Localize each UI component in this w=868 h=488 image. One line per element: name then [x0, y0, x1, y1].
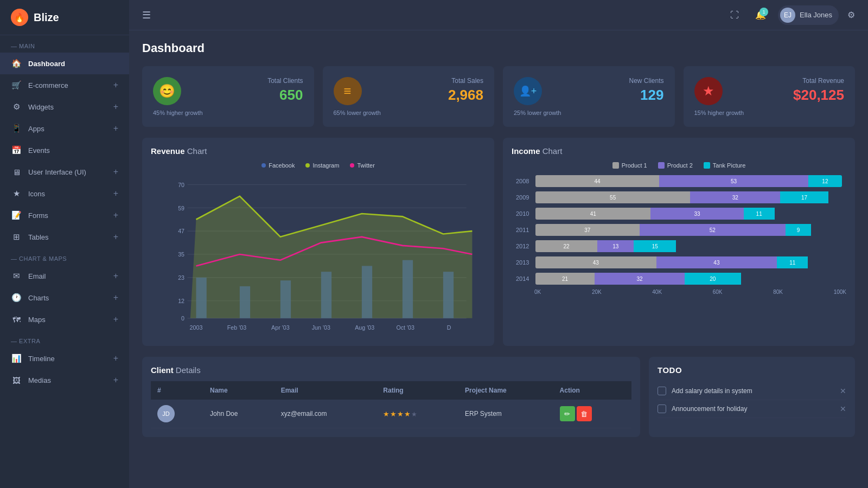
header-left: ☰: [142, 9, 151, 21]
tables-icon: ⊞: [11, 232, 22, 242]
timeline-icon: 📊: [11, 353, 22, 364]
sidebar-item-label: Widgets: [28, 103, 113, 111]
bar-group: 44 53 12: [535, 175, 842, 187]
bar-segment-p3: 11: [744, 208, 775, 220]
expand-icon: +: [113, 167, 118, 177]
todo-text-1: Add salary details in system: [672, 387, 752, 395]
expand-icon: +: [113, 232, 118, 242]
bar-segment-p2: 53: [659, 175, 808, 187]
bar-segment-p2: 32: [690, 191, 780, 203]
sidebar-item-label: Medias: [28, 376, 113, 384]
facebook-legend-label: Facebook: [269, 162, 295, 169]
svg-text:0: 0: [181, 315, 184, 322]
logo-text: Blize: [34, 11, 59, 24]
col-header-action: Action: [553, 381, 631, 400]
svg-text:2003: 2003: [190, 324, 203, 331]
col-header-name: Name: [203, 381, 275, 400]
bar-segment-p1: 44: [535, 175, 659, 187]
legend-twitter: Twitter: [350, 162, 374, 169]
maps-icon: 🗺: [11, 314, 22, 325]
stat-growth: 65% lower growth: [334, 110, 484, 116]
sidebar-item-email[interactable]: ✉ Email +: [0, 265, 129, 287]
bar-axis: 0K 20K 40K 60K 80K 100K: [512, 289, 846, 295]
sidebar-item-charts[interactable]: 🕐 Charts +: [0, 287, 129, 309]
delete-button[interactable]: 🗑: [577, 406, 592, 421]
bar-row: 2014 21 32 20: [516, 273, 842, 285]
charts-icon: 🕐: [11, 292, 22, 303]
sidebar-item-ecommerce[interactable]: 🛒 E-commerce +: [0, 74, 129, 96]
sidebar-item-events[interactable]: 📅 Events: [0, 139, 129, 161]
svg-text:23: 23: [178, 274, 184, 281]
sidebar-item-tables[interactable]: ⊞ Tables +: [0, 226, 129, 248]
new-clients-icon: 👤+: [514, 77, 542, 105]
todo-item-2: Announcement for holiday ✕: [658, 400, 846, 418]
todo-title: TODO: [658, 365, 846, 375]
todo-item-1: Add salary details in system ✕: [658, 382, 846, 400]
todo-checkbox-2[interactable]: [658, 404, 666, 413]
sidebar-item-label: Tables: [28, 233, 113, 241]
sidebar-item-forms[interactable]: 📝 Forms +: [0, 204, 129, 226]
stat-label: Total Sales: [448, 77, 483, 85]
legend-product2: Product 2: [658, 162, 693, 169]
sidebar-item-widgets[interactable]: ⚙ Widgets +: [0, 96, 129, 118]
bar-row: 2009 55 32 17: [516, 191, 842, 203]
fullscreen-button[interactable]: ⛶: [726, 7, 743, 24]
legend-facebook: Facebook: [261, 162, 295, 169]
bar-group: 41 33 11: [535, 208, 842, 220]
col-header-id: #: [151, 381, 203, 400]
table-row: JD John Doe xyz@email.com ★★★★★ ERP Syst…: [151, 400, 631, 428]
todo-text-2: Announcement for holiday: [672, 405, 747, 413]
edit-button[interactable]: ✏: [560, 406, 575, 421]
bar-segment-p3: 20: [685, 273, 741, 285]
bar-segment-p1: 43: [535, 256, 656, 268]
revenue-chart-legend: Facebook Instagram Twitter: [151, 162, 486, 169]
client-table: # Name Email Rating Project Name Action …: [151, 381, 631, 428]
bar-segment-p3: 12: [808, 175, 842, 187]
svg-text:47: 47: [178, 228, 184, 234]
sidebar-item-label: Timeline: [28, 355, 113, 363]
expand-icon: +: [113, 80, 118, 90]
todo-checkbox-1[interactable]: [658, 387, 666, 395]
revenue-chart-card: Revenue Chart Facebook Instagram Twitter: [142, 138, 494, 346]
notification-badge: 1: [760, 8, 768, 16]
revenue-chart-title: Revenue Chart: [151, 146, 486, 156]
sidebar-item-dashboard[interactable]: 🏠 Dashboard: [0, 53, 129, 74]
stat-value: $20,125: [793, 87, 844, 104]
hamburger-menu[interactable]: ☰: [142, 9, 151, 21]
sidebar-item-maps[interactable]: 🗺 Maps +: [0, 309, 129, 330]
bar-year-label: 2013: [516, 259, 535, 266]
product1-legend-label: Product 1: [622, 162, 647, 169]
sidebar-item-apps[interactable]: 📱 Apps +: [0, 118, 129, 139]
todo-close-2[interactable]: ✕: [840, 404, 846, 413]
bar-segment-p3: 11: [777, 256, 808, 268]
svg-text:Feb '03: Feb '03: [227, 324, 246, 331]
stat-value: 129: [629, 87, 663, 104]
bar-year-label: 2008: [516, 178, 535, 184]
forms-icon: 📝: [11, 210, 22, 221]
bar-group: 21 32 20: [535, 273, 842, 285]
sidebar-item-label: Apps: [28, 125, 113, 133]
stat-growth: 25% lower growth: [514, 110, 664, 116]
todo-close-1[interactable]: ✕: [840, 387, 846, 395]
bar-segment-p3: 9: [786, 224, 811, 236]
product2-legend-box: [658, 162, 665, 169]
avatar: EJ: [780, 8, 795, 23]
sidebar-item-medias[interactable]: 🖼 Medias +: [0, 369, 129, 391]
expand-icon: +: [113, 314, 118, 324]
bar-segment-p2: 33: [650, 208, 743, 220]
bar-row: 2008 44 53 12: [516, 175, 842, 187]
user-info[interactable]: EJ Ella Jones: [778, 5, 839, 25]
settings-button[interactable]: ⚙: [847, 10, 855, 20]
home-icon: 🏠: [11, 58, 22, 69]
bar-year-label: 2010: [516, 210, 535, 217]
sidebar-item-icons[interactable]: ★ Icons +: [0, 183, 129, 204]
sidebar-item-label: Maps: [28, 316, 113, 324]
sidebar-item-ui[interactable]: 🖥 User Interface (UI) +: [0, 161, 129, 183]
stat-growth: 45% higher growth: [153, 110, 303, 116]
col-header-project: Project Name: [458, 381, 553, 400]
expand-icon: +: [113, 375, 118, 385]
sidebar-item-label: E-commerce: [28, 81, 113, 89]
header: ☰ ⛶ 🔔 1 EJ Ella Jones ⚙: [129, 0, 868, 30]
client-name: John Doe: [203, 400, 275, 428]
sidebar-item-timeline[interactable]: 📊 Timeline +: [0, 348, 129, 369]
